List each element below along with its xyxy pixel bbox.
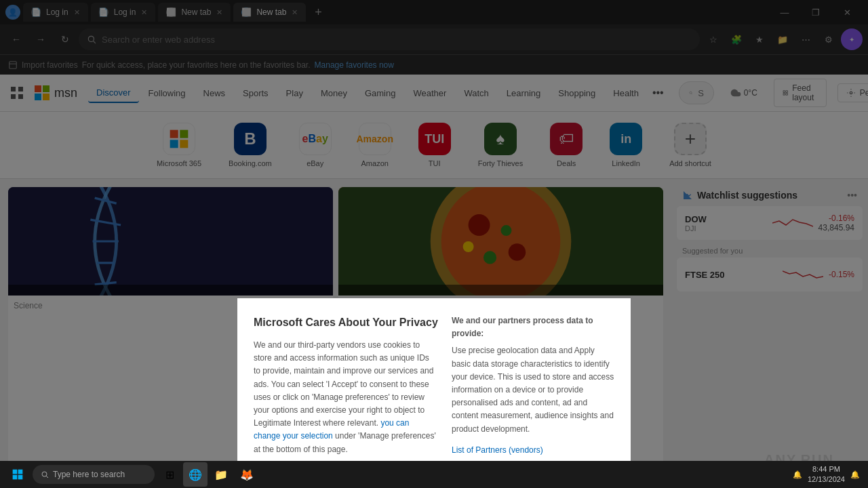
taskbar-taskview[interactable]: ⊞ [157,462,182,487]
change-selection-link[interactable]: you can change your selection [254,418,409,441]
svg-line-41 [46,476,48,478]
date-display: 12/13/2024 [808,474,845,485]
taskbar-icons: ⊞ 🌐 📁 🦊 [157,462,259,487]
taskbar: Type here to search ⊞ 🌐 📁 🦊 🔔 8:44 PM 12… [0,461,868,488]
privacy-title: Microsoft Cares About Your Privacy [254,314,438,331]
taskbar-firefox[interactable]: 🦊 [235,462,259,487]
taskbar-search-text: Type here to search [53,470,125,479]
notification-icon[interactable]: 🔔 [793,470,802,479]
svg-rect-38 [13,475,18,480]
privacy-right-body: Use precise geolocation data and Apply b… [452,344,614,435]
privacy-left-panel: Microsoft Cares About Your Privacy We an… [254,314,438,472]
time-display: 8:44 PM [808,464,845,474]
privacy-overlay: Microsoft Cares About Your Privacy We an… [0,0,868,488]
start-button[interactable] [5,462,30,487]
taskbar-search[interactable]: Type here to search [33,465,155,484]
taskbar-right: 🔔 8:44 PM 12/13/2024 🔔 [793,464,863,485]
taskbar-files[interactable]: 📁 [209,462,233,487]
windows-icon [12,469,23,480]
taskbar-search-icon [41,470,49,479]
privacy-right-panel: We and our partners process data to prov… [452,314,614,472]
svg-rect-39 [18,475,23,480]
taskbar-time: 8:44 PM 12/13/2024 [808,464,845,485]
svg-rect-36 [13,470,18,474]
privacy-right-header: We and our partners process data to prov… [452,314,614,340]
notification-bell[interactable]: 🔔 [850,470,860,479]
privacy-body-text: We and our third-party vendors use cooki… [254,339,438,456]
svg-point-40 [42,472,47,476]
privacy-dialog: Microsoft Cares About Your Privacy We an… [237,298,631,488]
list-of-partners-link[interactable]: List of Partners (vendors) [452,444,614,456]
svg-rect-37 [18,470,23,474]
taskbar-edge[interactable]: 🌐 [183,462,208,487]
